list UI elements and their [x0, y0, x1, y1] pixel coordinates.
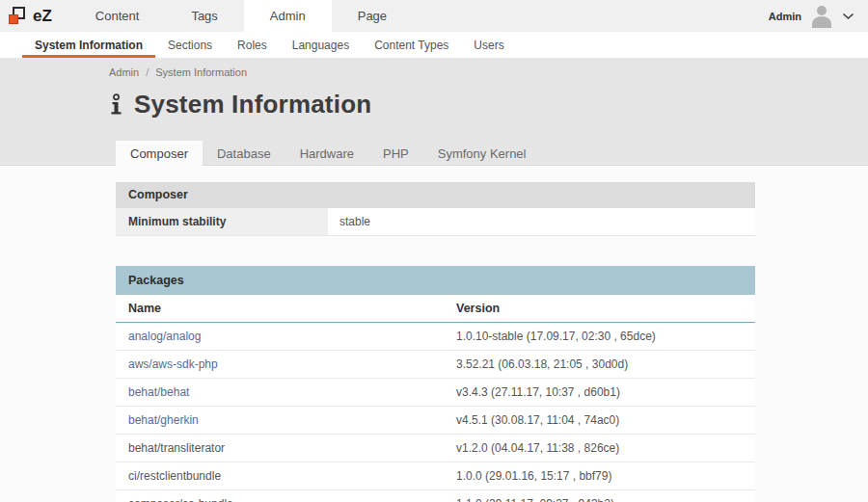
main-menu-item[interactable]: Content: [69, 0, 166, 32]
main-menu-item-label: Admin: [270, 9, 306, 23]
table-row: aws/aws-sdk-php3.52.21 (06.03.18, 21:05 …: [116, 351, 755, 379]
tab-label: Database: [217, 146, 271, 161]
main-menu-item-label: Tags: [191, 9, 217, 23]
package-name: composer/ca-bundle: [128, 497, 233, 502]
main-menu-item[interactable]: Admin: [244, 0, 332, 32]
tab-label: Composer: [130, 146, 188, 161]
logo-square-orange: [9, 14, 18, 24]
user-name: Admin: [769, 11, 801, 22]
table-row: composer/ca-bundle1.1.0 (29.11.17, 09:37…: [116, 490, 755, 502]
package-version: 1.1.0 (29.11.17, 09:37 , 943b2): [444, 490, 755, 502]
tab[interactable]: Composer: [116, 141, 203, 166]
tab[interactable]: Hardware: [285, 141, 368, 166]
package-version: v1.2.0 (04.04.17, 11:38 , 826ce): [444, 435, 755, 462]
page-title: System Information: [109, 90, 868, 119]
admin-sub-menu: System Information Sections Roles Langua…: [0, 32, 868, 58]
user-avatar-icon: [809, 5, 834, 28]
package-name-link[interactable]: behat/gherkin: [128, 413, 199, 427]
package-version: 1.0.0 (29.01.16, 15:17 , bbf79): [444, 462, 755, 490]
main-menu-item-label: Page: [358, 9, 387, 23]
chevron-down-icon: [842, 13, 854, 20]
package-version: v4.5.1 (30.08.17, 11:04 , 74ac0): [444, 407, 755, 435]
package-version: 1.0.10-stable (17.09.17, 02:30 , 65dce): [444, 323, 755, 351]
page-header-area: Admin/System Information System Informat…: [0, 58, 868, 166]
sub-menu-item[interactable]: System Information: [22, 32, 155, 58]
breadcrumb-item[interactable]: Admin: [109, 66, 139, 78]
tab[interactable]: PHP: [368, 141, 423, 166]
package-name-link[interactable]: aws/aws-sdk-php: [128, 357, 218, 371]
tab-label: Symfony Kernel: [438, 146, 527, 161]
tab-label: PHP: [383, 146, 409, 161]
tab[interactable]: Database: [203, 141, 285, 166]
sub-menu-item-label: Roles: [237, 39, 267, 52]
page-title-text: System Information: [134, 90, 371, 119]
sub-menu-item-label: Users: [474, 39, 503, 52]
user-menu[interactable]: Admin: [769, 0, 868, 32]
table-row: behat/behatv3.4.3 (27.11.17, 10:37 , d60…: [116, 379, 755, 407]
definition-label: Minimum stability: [116, 208, 328, 236]
table-row: behat/transliteratorv1.2.0 (04.04.17, 11…: [116, 435, 755, 462]
info-icon: [109, 93, 123, 116]
main-menu: Content Tags Admin Page: [69, 0, 413, 32]
breadcrumb-separator: /: [146, 66, 149, 78]
sub-menu-item-label: Languages: [292, 39, 349, 52]
package-name-link[interactable]: analog/analog: [128, 330, 201, 343]
composer-definition-table: Minimum stabilitystable: [116, 208, 755, 236]
sub-menu-item[interactable]: Roles: [225, 32, 280, 58]
column-header-version: Version: [444, 295, 755, 323]
main-menu-item[interactable]: Tags: [165, 0, 243, 32]
packages-table: Name Version analog/analog1.0.10-stable …: [116, 295, 755, 502]
table-row: analog/analog1.0.10-stable (17.09.17, 02…: [116, 323, 755, 351]
system-info-tabs: Composer Database Hardware PHP Symfony K…: [116, 141, 540, 166]
table-row: ci/restclientbundle1.0.0 (29.01.16, 15:1…: [116, 462, 755, 490]
column-header-name: Name: [116, 295, 444, 323]
tab-label: Hardware: [300, 146, 354, 161]
main-menu-item-label: Content: [95, 9, 140, 23]
package-name: ci/restclientbundle: [128, 469, 221, 483]
sub-menu-item[interactable]: Content Types: [362, 32, 461, 58]
main-content: Composer Minimum stabilitystable Package…: [0, 166, 868, 502]
sub-menu-item-label: Content Types: [374, 39, 448, 52]
breadcrumb-item[interactable]: System Information: [155, 66, 247, 78]
packages-section: Packages Name Version analog/analog1.0.1…: [116, 266, 755, 502]
definition-value: stable: [328, 208, 755, 236]
logo-text: eZ: [33, 7, 52, 26]
ez-logo[interactable]: eZ: [0, 0, 62, 32]
top-navigation-bar: eZ Content Tags Admin Page Admin: [0, 0, 868, 32]
sub-menu-item[interactable]: Sections: [155, 32, 225, 58]
main-menu-item[interactable]: Page: [332, 0, 413, 32]
package-name-link[interactable]: behat/behat: [128, 385, 189, 399]
package-version: 3.52.21 (06.03.18, 21:05 , 30d0d): [444, 351, 755, 379]
sub-menu-item-label: Sections: [168, 39, 212, 52]
table-row: behat/gherkinv4.5.1 (30.08.17, 11:04 , 7…: [116, 407, 755, 435]
breadcrumb: Admin/System Information: [0, 58, 868, 78]
composer-section: Composer Minimum stabilitystable: [116, 182, 755, 236]
package-version: v3.4.3 (27.11.17, 10:37 , d60b1): [444, 379, 755, 407]
ez-logo-icon: [9, 7, 27, 25]
sub-menu-item[interactable]: Users: [461, 32, 516, 58]
tab[interactable]: Symfony Kernel: [423, 141, 541, 166]
package-name: behat/transliterator: [128, 441, 225, 455]
packages-section-header: Packages: [116, 266, 755, 295]
sub-menu-item-label: System Information: [35, 39, 143, 52]
composer-section-header: Composer: [116, 182, 755, 208]
sub-menu-item[interactable]: Languages: [280, 32, 362, 58]
definition-row: Minimum stabilitystable: [116, 208, 755, 236]
